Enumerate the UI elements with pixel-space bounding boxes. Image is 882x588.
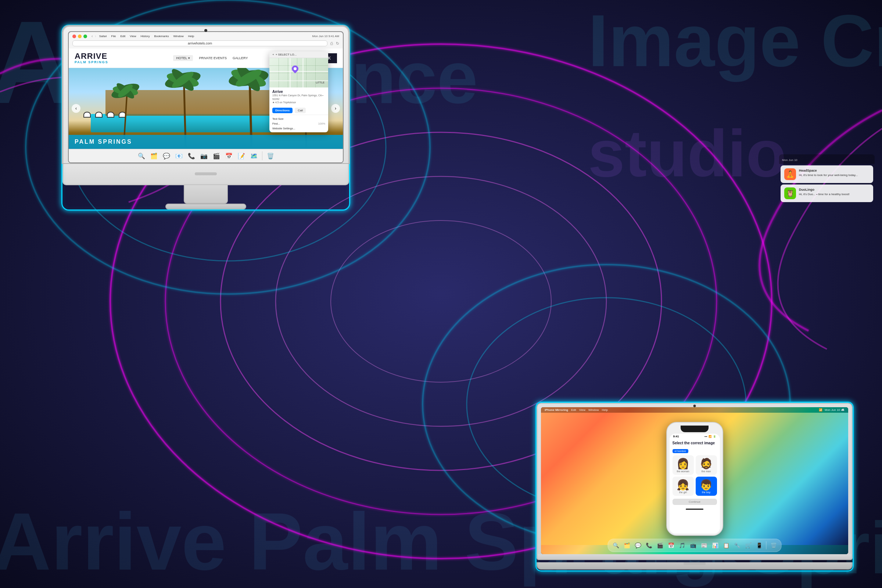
- map-area[interactable]: LITTLE: [269, 58, 328, 87]
- macbook-menu-window[interactable]: Window: [588, 408, 598, 412]
- macbook-dock-music[interactable]: 🎵: [677, 541, 687, 550]
- select-location-icon: +: [272, 53, 274, 56]
- dock-mail[interactable]: 📧: [174, 151, 184, 161]
- call-button[interactable]: Call: [295, 108, 306, 113]
- url-bar[interactable]: arrivehotels.com: [72, 40, 327, 46]
- macbook-dock-phone[interactable]: 📞: [644, 541, 654, 550]
- traffic-lights[interactable]: [72, 34, 87, 38]
- safari-menu-file[interactable]: File: [111, 34, 116, 38]
- close-button[interactable]: [72, 34, 76, 38]
- macbook-menubar: iPhone Mirroring Edit View Window Help 📶…: [541, 407, 848, 413]
- macbook-dock-numbers[interactable]: 📊: [710, 541, 720, 550]
- macbook-dock-calendar[interactable]: 📅: [666, 541, 676, 550]
- find-option[interactable]: Find... 100%: [272, 121, 325, 126]
- dock-finder[interactable]: 🔍: [136, 151, 147, 161]
- iphone-card-woman[interactable]: 👩 the woman: [672, 455, 694, 475]
- notification-panel: Mon Jun 10 🧘 HeadSpace Hi, it's time to …: [779, 154, 874, 204]
- macbook-dock-news[interactable]: 📰: [699, 541, 709, 550]
- nav-buttons: ‹ ›: [92, 34, 96, 38]
- back-icon[interactable]: ‹: [92, 34, 93, 38]
- map-grid-line: [288, 58, 288, 87]
- map-grid-line: [269, 65, 328, 66]
- continue-button[interactable]: Continue: [672, 499, 717, 505]
- safari-menu-window[interactable]: Window: [173, 34, 183, 38]
- dock-facetime[interactable]: 🎬: [212, 151, 222, 161]
- website-settings-label: Website Settings...: [272, 127, 295, 130]
- dock-messages[interactable]: 💬: [161, 151, 172, 161]
- notification-header: Mon Jun 10: [779, 154, 874, 164]
- notification-headspace[interactable]: 🧘 HeadSpace Hi, it's time to look for yo…: [781, 165, 873, 183]
- map-grid-line: [279, 58, 279, 87]
- forward-icon[interactable]: ›: [95, 34, 96, 38]
- safari-menu-safari[interactable]: Safari: [99, 34, 107, 38]
- woman-label: the woman: [675, 470, 692, 472]
- dock-calendar[interactable]: 📅: [224, 151, 234, 161]
- headspace-icon: 🧘: [784, 168, 796, 180]
- macbook-dock-finder[interactable]: 🔍: [611, 541, 621, 550]
- find-label: Find...: [272, 122, 280, 125]
- dock-trash[interactable]: 🗑️: [266, 151, 276, 161]
- macbook-menu-help[interactable]: Help: [602, 408, 608, 412]
- macbook-base: [537, 554, 853, 560]
- dock-notes[interactable]: 📝: [236, 151, 247, 161]
- macbook-dock-facetime[interactable]: 🎬: [655, 541, 665, 550]
- prev-slide-button[interactable]: ‹: [72, 104, 81, 113]
- select-location-text[interactable]: + SELECT LO...: [276, 53, 297, 56]
- macbook-menu-iphone-mirroring[interactable]: iPhone Mirroring: [544, 408, 568, 412]
- dock-maps[interactable]: 🗺️: [249, 151, 259, 161]
- safari-menu-bookmarks[interactable]: Bookmarks: [154, 34, 169, 38]
- macbook-dock-messages[interactable]: 💬: [633, 541, 643, 550]
- dock-launchpad[interactable]: 🗂️: [149, 151, 159, 161]
- safari-menu-view[interactable]: View: [130, 34, 136, 38]
- macbook-dock-tv[interactable]: 📺: [688, 541, 698, 550]
- iphone-app-content: Select the correct image el hombre 👩 the…: [670, 439, 720, 507]
- macbook-dock-launchpad[interactable]: 🗂️: [622, 541, 632, 550]
- gallery-link[interactable]: GALLERY: [232, 56, 248, 60]
- macbook-dock-iphone[interactable]: 📱: [754, 541, 764, 550]
- duolingo-body: Hi, it's Duo... • time for a healthy boo…: [799, 192, 850, 196]
- macbook-dock-appstore[interactable]: 🛒: [744, 541, 753, 550]
- woman-avatar: 👩: [675, 458, 692, 470]
- imac-base: [165, 204, 246, 210]
- macbook-wifi-icon: 📶: [819, 408, 822, 412]
- map-area-label: LITTLE: [316, 81, 324, 84]
- notification-duolingo[interactable]: 🦉 DuoLingo Hi, it's Duo... • time for a …: [781, 184, 873, 202]
- reload-icon[interactable]: ↻: [336, 41, 339, 46]
- directions-button[interactable]: Directions: [272, 108, 292, 113]
- dock-separator: [766, 542, 766, 549]
- dock-photos[interactable]: 📷: [199, 151, 209, 161]
- notification-panel-time: Mon Jun 10: [782, 158, 798, 162]
- macbook-menu-view[interactable]: View: [579, 408, 585, 412]
- next-slide-button[interactable]: ›: [331, 104, 340, 113]
- share-icon[interactable]: ⎙: [330, 41, 333, 46]
- macbook-menu-edit[interactable]: Edit: [571, 408, 576, 412]
- iphone-status-icons: ▪▪▪ 📶 🔋: [705, 435, 716, 438]
- headspace-text: HeadSpace Hi, it's time to look for your…: [799, 168, 858, 177]
- macbook-time: Mon Jun 10 ☁️: [825, 408, 844, 412]
- minimize-button[interactable]: [78, 34, 82, 38]
- iphone-card-boy[interactable]: 👦 the boy: [696, 477, 717, 496]
- private-events-link[interactable]: PRIVATE EVENTS: [199, 56, 227, 60]
- safari-menu-history[interactable]: History: [140, 34, 150, 38]
- iphone-statusbar: 9:41 ▪▪▪ 📶 🔋: [670, 434, 720, 439]
- iphone-character-grid: 👩 the woman 🧔 the man: [672, 455, 717, 496]
- macbook-dock-trash[interactable]: 🗑️: [769, 541, 778, 550]
- mirrored-iphone: 9:41 ▪▪▪ 📶 🔋: [666, 422, 723, 536]
- safari-menu-help[interactable]: Help: [188, 34, 194, 38]
- macbook-dock: 🔍 🗂️ 💬 📞 🎬 📅 🎵 📺 📰 📊 📋 🔧: [608, 539, 782, 552]
- iphone-card-man[interactable]: 🧔 the man: [696, 455, 717, 475]
- wifi-icon: 📶: [708, 435, 712, 438]
- macbook-dock-xcode[interactable]: 🔧: [732, 541, 742, 550]
- trackpad[interactable]: [684, 562, 706, 565]
- safari-menu-edit[interactable]: Edit: [120, 34, 125, 38]
- iphone-screen-content: 9:41 ▪▪▪ 📶 🔋: [670, 434, 720, 534]
- fullscreen-button[interactable]: [83, 34, 87, 38]
- macbook-dock-keynote[interactable]: 📋: [722, 541, 731, 550]
- hotel-dropdown[interactable]: HOTEL ▾: [173, 55, 193, 61]
- iphone-card-girl[interactable]: 👧 the girl: [672, 477, 694, 496]
- dock-phone[interactable]: 📞: [186, 151, 196, 161]
- imac: ‹ › Safari File Edit View History Bookma…: [63, 26, 349, 210]
- text-size-option[interactable]: Text Size: [272, 117, 325, 121]
- imac-chin: [63, 163, 349, 185]
- website-settings-option[interactable]: Website Settings...: [272, 126, 325, 131]
